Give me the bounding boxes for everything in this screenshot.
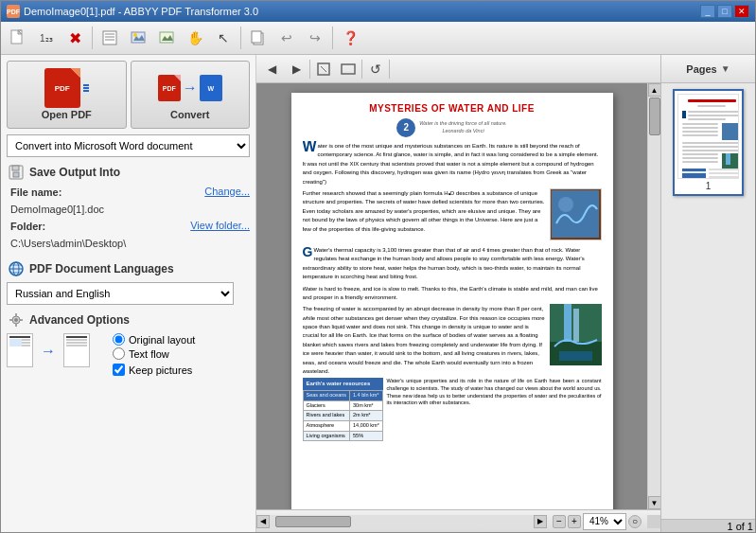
svg-line-30 [321,66,326,72]
original-layout-radio[interactable] [113,333,125,346]
table-cell: 30m km² [350,400,383,411]
view-folder-link[interactable]: View folder... [190,220,250,231]
svg-rect-57 [682,157,718,159]
svg-rect-45 [688,118,726,120]
svg-rect-46 [722,123,739,140]
thumb-page-number: 1 [677,181,739,191]
svg-rect-52 [682,146,739,148]
advanced-options-section: Advanced Options [7,311,250,376]
svg-rect-35 [564,304,571,342]
language-dropdown-wrapper[interactable]: Russian and English [7,282,250,305]
delete-button[interactable]: ✖ [62,25,88,51]
new-button[interactable] [5,25,31,51]
folder-value-row: C:\Users\admin\Desktop\ [10,237,250,250]
zoom-select[interactable]: 41% 50% 75% 100% [583,513,626,530]
next-page-button[interactable]: ▶ [285,58,308,80]
language-dropdown[interactable]: Russian and English [7,282,234,305]
table-cell: 2m km² [350,411,383,421]
scroll-up-button[interactable]: ▲ [648,83,661,97]
doc-languages-title: PDF Document Languages [29,262,174,275]
prev-page-button[interactable]: ◀ [260,58,283,80]
scroll-left-button[interactable]: ◀ [256,515,270,528]
zoom-increase-button[interactable]: + [568,515,581,528]
svg-text:1₂₃: 1₂₃ [40,33,53,44]
quote-ornament: 2 [396,118,415,137]
image-view-button[interactable] [125,25,151,51]
copy-button[interactable] [245,25,272,51]
scroll-down-button[interactable]: ▼ [648,496,661,509]
select-tool-button[interactable]: ↖ [210,25,237,51]
pages-dropdown-arrow[interactable]: ▼ [721,63,730,74]
page-scrollable[interactable]: MYSTERIES OF WATER AND LIFE 2 Water is t… [256,83,647,509]
scroll-thumb[interactable] [649,98,660,135]
scroll-right-button[interactable]: ▶ [534,515,547,528]
para-1-text: ater is one of the most unique and myste… [303,143,599,185]
svg-rect-36 [573,309,579,342]
svg-rect-4 [103,31,116,44]
h-scroll-track [270,515,534,528]
maximize-button[interactable]: □ [717,5,732,18]
svg-rect-64 [709,169,739,170]
redo-button[interactable]: ↪ [302,25,328,51]
keep-pictures-label: Keep pictures [129,364,192,376]
convert-dropdown-wrapper[interactable]: Convert into Microsoft Word document [7,134,250,157]
keep-pictures-row: Keep pictures [113,364,195,376]
svg-rect-55 [726,153,730,165]
table-row: Living organisms 55% [303,431,382,441]
page-count-label: 1 of 1 [727,521,753,532]
h-scroll-thumb[interactable] [275,516,351,527]
original-layout-row: Original layout [113,333,195,346]
undo-button[interactable]: ↩ [273,25,300,51]
page-thumbnail[interactable]: 1 [673,89,744,196]
svg-rect-65 [709,172,739,174]
advanced-options-content: → Original layout [7,333,250,376]
scroll-track [648,97,661,496]
water-image-1 [550,188,602,240]
zoom-decrease-button[interactable]: − [553,515,566,528]
open-pdf-button[interactable]: PDF Open PDF [7,61,127,129]
folder-row: Folder: View folder... [10,220,250,233]
svg-rect-40 [688,99,736,102]
help-button[interactable]: ❓ [337,25,363,51]
doc-languages-section: PDF Document Languages Russian and Engli… [7,259,250,305]
save-output-title: Save Output Into [29,166,120,179]
rotate-button[interactable]: ↺ [364,58,387,80]
change-link[interactable]: Change... [204,186,250,197]
zoom-reset-button[interactable]: ○ [628,515,642,528]
svg-rect-66 [709,176,739,178]
filename-value: DemoImage0[1].doc [10,204,104,215]
convert-label: Convert [170,109,210,120]
close-button[interactable]: ✕ [734,5,749,18]
para-3: G Water's thermal capacity is 3,100 time… [303,245,602,281]
fit-width-button[interactable] [337,58,360,80]
minimize-button[interactable]: _ [700,5,715,18]
table-row: Atmosphere 14,000 km² [303,420,382,431]
fit-page-button[interactable] [312,58,335,80]
hand-tool-button[interactable]: ✋ [182,25,208,51]
thumb-preview [677,94,739,179]
keep-pictures-checkbox[interactable] [113,364,125,376]
convert-button[interactable]: PDF → W Convert [131,61,251,129]
table-cell: 55% [350,431,383,441]
table-title: Earth's water resources [303,378,383,389]
convert-dropdown[interactable]: Convert into Microsoft Word document [7,134,250,157]
right-panel-footer: 1 of 1 [661,519,755,532]
pages-header: Pages ▼ [661,55,755,83]
numbering-button[interactable]: 1₂₃ [33,25,60,51]
text-flow-radio[interactable] [113,347,125,360]
table-cell: Living organisms [303,431,350,441]
main-toolbar: 1₂₃ ✖ ✋ ↖ ↩ ↪ ❓ [1,22,755,55]
page-view-button[interactable] [97,25,123,51]
image-button-2[interactable] [153,25,180,51]
svg-rect-32 [552,190,599,238]
bottom-bar: ◀ ▶ − + 41% 50% 75% 1 [256,509,660,532]
app-icon: PDF [7,5,20,18]
h-scrollbar: ◀ ▶ [256,515,547,528]
filename-value-row: DemoImage0[1].doc [10,203,250,216]
svg-rect-38 [559,351,592,361]
svg-rect-16 [12,166,19,170]
advanced-options-title: Advanced Options [29,313,130,327]
water-resources-table: Earth's water resources Seas and oceans … [303,378,383,441]
pages-area: 1 [661,83,755,519]
vertical-scrollbar[interactable]: ▲ ▼ [647,83,660,509]
